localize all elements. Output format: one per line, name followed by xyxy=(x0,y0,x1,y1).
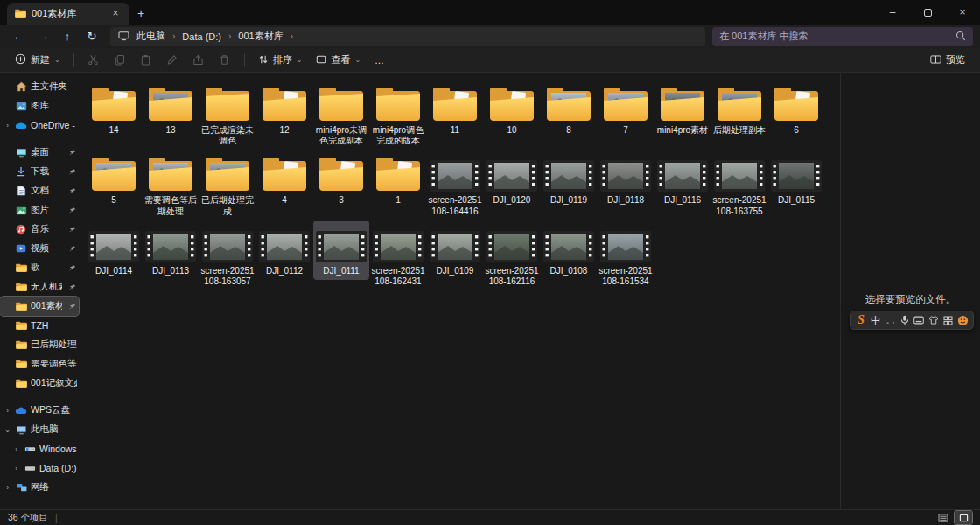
video-tile-screen-20251108-162116[interactable]: screen-20251108-162116 xyxy=(484,220,540,290)
chevron-right-icon[interactable]: › xyxy=(4,122,11,130)
video-tile-DJI_0118[interactable]: DJI_0118 xyxy=(598,150,654,209)
video-tile-DJI_0115[interactable]: DJI_0115 xyxy=(768,150,824,209)
sidebar-item-桌面[interactable]: 桌面 xyxy=(0,143,79,162)
microphone-icon[interactable] xyxy=(898,312,912,328)
soft-keyboard-icon[interactable] xyxy=(913,312,927,328)
video-tile-screen-20251108-162431[interactable]: screen-20251108-162431 xyxy=(370,220,426,290)
sidebar-item-图库[interactable]: 图库 xyxy=(0,96,79,116)
sogou-logo-icon[interactable]: S xyxy=(854,312,868,328)
new-button[interactable]: 新建 ⌄ xyxy=(9,50,66,71)
folder-tile-后期处理副本[interactable]: 后期处理副本 xyxy=(711,80,767,139)
minimize-button[interactable]: – xyxy=(875,0,910,24)
sidebar-item-OneDrive - Perso[interactable]: ›OneDrive - Perso xyxy=(0,116,79,135)
close-button[interactable]: × xyxy=(945,0,980,24)
video-tile-screen-20251108-164416[interactable]: screen-20251108-164416 xyxy=(427,150,483,220)
breadcrumb-item[interactable]: 此电脑 xyxy=(133,30,169,43)
refresh-button[interactable]: ↻ xyxy=(80,27,103,46)
video-tile-DJI_0111[interactable]: DJI_0111 xyxy=(313,220,369,280)
sidebar-item-下载[interactable]: 下载 xyxy=(0,162,79,181)
video-tile-DJI_0112[interactable]: DJI_0112 xyxy=(256,220,312,280)
copy-icon[interactable] xyxy=(108,50,132,71)
more-button[interactable]: … xyxy=(368,50,390,71)
video-tile-DJI_0109[interactable]: DJI_0109 xyxy=(427,220,483,280)
chevron-right-icon[interactable]: › xyxy=(12,465,20,472)
cut-icon[interactable] xyxy=(81,50,106,71)
sidebar-item-TZH[interactable]: TZH xyxy=(0,316,79,335)
sidebar-item-001素材库[interactable]: 001素材库 xyxy=(0,297,79,316)
folder-tile-已后期处理完成[interactable]: 已后期处理完成 xyxy=(200,150,256,220)
search-input[interactable]: 在 001素材库 中搜索 xyxy=(712,27,973,46)
breadcrumb-item[interactable]: 001素材库 xyxy=(234,30,286,43)
ime-toolbar[interactable]: S 中 。, xyxy=(850,311,974,330)
folder-tile-8[interactable]: 8 xyxy=(541,80,597,139)
forward-button[interactable]: → xyxy=(32,27,54,46)
delete-icon[interactable] xyxy=(213,50,237,71)
video-tile-DJI_0108[interactable]: DJI_0108 xyxy=(541,220,597,280)
chevron-right-icon[interactable]: › xyxy=(12,445,20,453)
sidebar-item-需要调色等后期处理[interactable]: 需要调色等后期处理 xyxy=(0,354,79,374)
video-tile-screen-20251108-163755[interactable]: screen-20251108-163755 xyxy=(711,150,767,220)
folder-tile-3[interactable]: 3 xyxy=(313,150,369,209)
emoji-icon[interactable] xyxy=(956,312,970,328)
sort-button[interactable]: 排序 ⌄ xyxy=(252,50,309,71)
sidebar-item-音乐[interactable]: 音乐 xyxy=(0,220,79,239)
folder-tile-14[interactable]: 14 xyxy=(86,80,142,139)
sidebar-item-WPS云盘[interactable]: ›WPS云盘 xyxy=(0,401,79,420)
new-tab-button[interactable]: + xyxy=(130,4,152,24)
breadcrumb-item[interactable]: Data (D:) xyxy=(178,32,225,42)
folder-tile-4[interactable]: 4 xyxy=(256,150,312,209)
video-tile-screen-20251108-163057[interactable]: screen-20251108-163057 xyxy=(200,220,256,290)
sidebar-item-主文件夹[interactable]: 主文件夹 xyxy=(0,77,79,96)
up-button[interactable]: ↑ xyxy=(56,27,79,46)
chevron-down-icon[interactable]: ⌄ xyxy=(4,426,11,434)
folder-tile-已完成渲染未调色[interactable]: 已完成渲染未调色 xyxy=(200,80,256,150)
folder-tile-5[interactable]: 5 xyxy=(86,150,142,209)
sidebar-item-无人机素材备份[interactable]: 无人机素材备份 xyxy=(0,277,79,297)
back-button[interactable]: ← xyxy=(7,27,30,46)
maximize-button[interactable] xyxy=(910,0,945,24)
sidebar-item-此电脑[interactable]: ⌄此电脑 xyxy=(0,420,79,439)
explorer-tab[interactable]: 001素材库 × xyxy=(7,3,130,24)
folder-tile-10[interactable]: 10 xyxy=(484,80,540,139)
sidebar-item-Windows (C:)[interactable]: ›Windows (C:) xyxy=(0,439,79,458)
folder-tile-12[interactable]: 12 xyxy=(256,80,312,139)
video-tile-DJI_0114[interactable]: DJI_0114 xyxy=(86,220,142,280)
chevron-right-icon[interactable]: › xyxy=(4,407,11,415)
folder-tile-13[interactable]: 13 xyxy=(143,80,199,139)
sidebar-item-歌[interactable]: 歌 xyxy=(0,258,79,277)
folder-tile-mini4pro素材[interactable]: mini4pro素材 xyxy=(654,80,710,139)
paste-icon[interactable] xyxy=(134,50,158,71)
sidebar-item-已后期处理完成[interactable]: 已后期处理完成 xyxy=(0,335,79,354)
folder-tile-7[interactable]: 7 xyxy=(598,80,654,139)
video-tile-DJI_0113[interactable]: DJI_0113 xyxy=(143,220,199,280)
sidebar-item-视频[interactable]: 视频 xyxy=(0,239,79,258)
folder-tile-1[interactable]: 1 xyxy=(370,150,426,209)
ime-punctuation-button[interactable]: 。, xyxy=(883,312,897,328)
share-icon[interactable] xyxy=(186,50,211,71)
sidebar-item-文档[interactable]: 文档 xyxy=(0,181,79,200)
breadcrumb[interactable]: 此电脑›Data (D:)›001素材库› xyxy=(110,27,705,46)
folder-tile-6[interactable]: 6 xyxy=(768,80,824,139)
ime-chinese-mode-button[interactable]: 中 xyxy=(869,312,883,328)
video-tile-DJI_0120[interactable]: DJI_0120 xyxy=(484,150,540,209)
toolbox-icon[interactable] xyxy=(942,312,956,328)
sidebar-item-网络[interactable]: ›网络 xyxy=(0,478,79,497)
folder-tile-11[interactable]: 11 xyxy=(427,80,483,139)
view-button[interactable]: 查看 ⌄ xyxy=(310,50,367,71)
folder-tile-mini4pro未调色完成副本[interactable]: mini4pro未调色完成副本 xyxy=(313,80,369,150)
video-tile-DJI_0116[interactable]: DJI_0116 xyxy=(654,150,710,209)
folder-tile-需要调色等后期处理[interactable]: 需要调色等后期处理 xyxy=(143,150,199,220)
sidebar-item-图片[interactable]: 图片 xyxy=(0,200,79,220)
large-icons-view-button[interactable] xyxy=(955,511,972,524)
rename-icon[interactable] xyxy=(160,50,185,71)
preview-toggle-button[interactable]: 预览 xyxy=(924,50,971,71)
video-tile-DJI_0119[interactable]: DJI_0119 xyxy=(541,150,597,209)
tab-close-icon[interactable]: × xyxy=(108,7,122,21)
details-view-button[interactable] xyxy=(934,511,952,524)
folder-tile-mini4pro调色完成的版本[interactable]: mini4pro调色完成的版本 xyxy=(370,80,426,150)
sidebar-item-001记叙文必备基础[interactable]: 001记叙文必备基础 xyxy=(0,374,79,393)
video-tile-screen-20251108-161534[interactable]: screen-20251108-161534 xyxy=(598,220,654,290)
sidebar-item-Data (D:)[interactable]: ›Data (D:) xyxy=(0,458,79,478)
chevron-right-icon[interactable]: › xyxy=(4,484,11,492)
skin-icon[interactable] xyxy=(927,312,941,328)
